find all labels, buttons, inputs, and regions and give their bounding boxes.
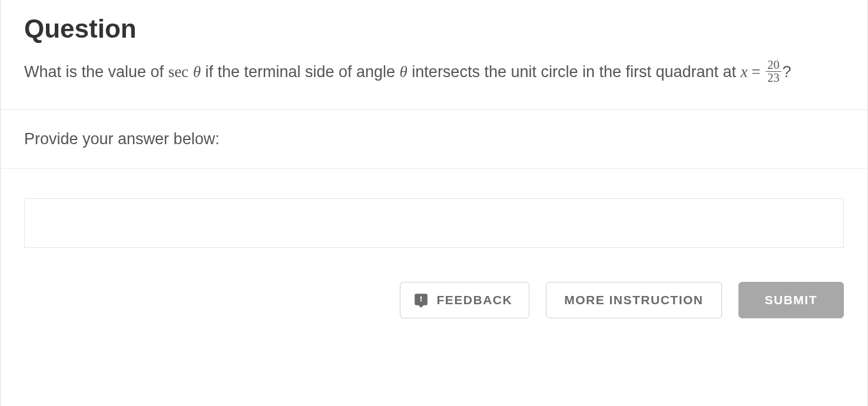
equals-sign: =: [748, 63, 765, 81]
answer-input[interactable]: [24, 198, 844, 248]
theta-symbol: θ: [400, 63, 408, 81]
question-text-part: intersects the unit circle in the first …: [408, 63, 741, 81]
question-text-part: What is the value of: [24, 63, 168, 81]
fraction-denominator: 23: [766, 72, 781, 84]
fraction-numerator: 20: [766, 59, 781, 72]
question-container: Question What is the value of sec θ if t…: [0, 0, 868, 406]
question-section: Question What is the value of sec θ if t…: [1, 0, 867, 110]
question-text-part: if the terminal side of angle: [201, 63, 400, 81]
answer-section: [1, 169, 867, 259]
submit-label: SUBMIT: [765, 293, 818, 307]
question-heading: Question: [24, 14, 844, 44]
answer-prompt: Provide your answer below:: [24, 130, 844, 148]
fraction: 2023: [766, 59, 781, 85]
feedback-icon: [413, 292, 429, 308]
submit-button[interactable]: SUBMIT: [738, 282, 844, 318]
question-mark: ?: [783, 63, 791, 81]
prompt-section: Provide your answer below:: [1, 110, 867, 169]
variable-x: x: [741, 63, 748, 81]
feedback-button[interactable]: FEEDBACK: [400, 282, 530, 318]
question-body: What is the value of sec θ if the termin…: [24, 60, 844, 86]
more-instruction-label: MORE INSTRUCTION: [564, 293, 703, 307]
feedback-label: FEEDBACK: [437, 293, 513, 307]
theta-symbol: θ: [193, 63, 201, 81]
sec-label: sec: [168, 63, 188, 81]
more-instruction-button[interactable]: MORE INSTRUCTION: [546, 282, 721, 318]
button-row: FEEDBACK MORE INSTRUCTION SUBMIT: [1, 259, 867, 324]
